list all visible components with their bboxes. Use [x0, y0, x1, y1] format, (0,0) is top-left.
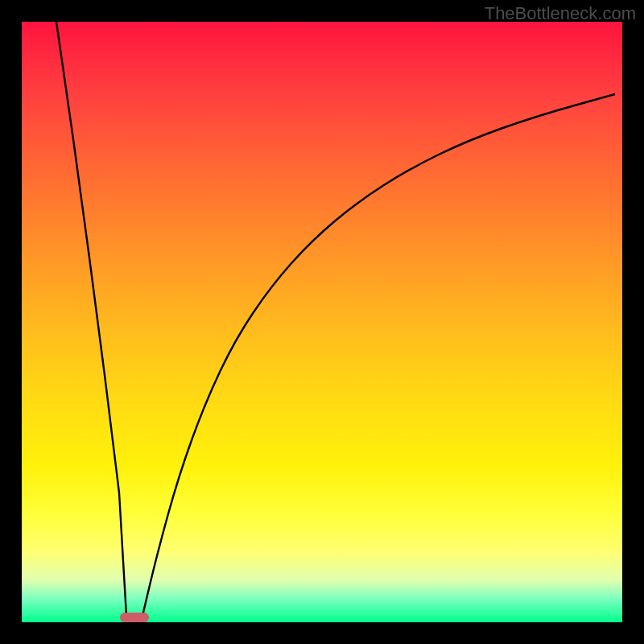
bottleneck-marker [120, 613, 149, 622]
chart-plot-area [22, 22, 622, 622]
watermark-text: TheBottleneck.com [485, 3, 636, 24]
